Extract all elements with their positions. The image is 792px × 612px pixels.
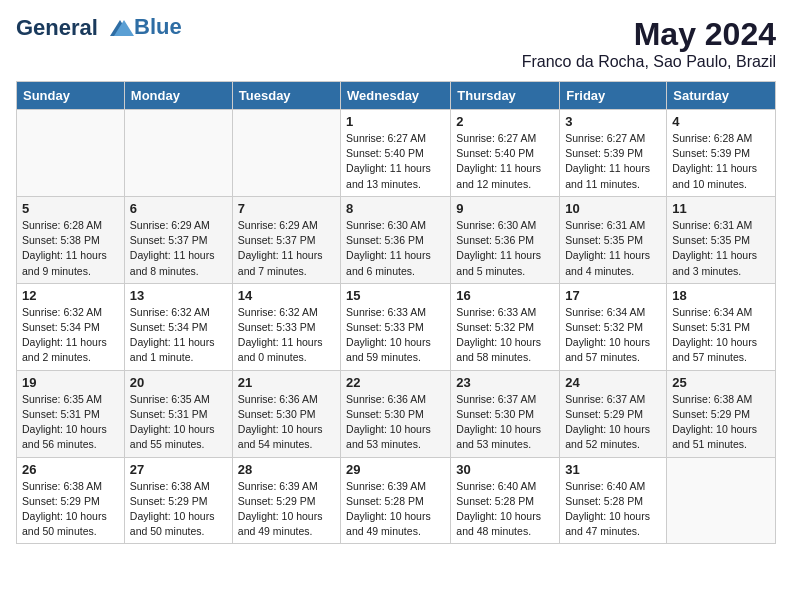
day-cell: 6Sunrise: 6:29 AM Sunset: 5:37 PM Daylig…	[124, 196, 232, 283]
day-cell: 15Sunrise: 6:33 AM Sunset: 5:33 PM Dayli…	[341, 283, 451, 370]
day-number: 13	[130, 288, 227, 303]
day-number: 20	[130, 375, 227, 390]
day-cell	[124, 110, 232, 197]
week-row-4: 19Sunrise: 6:35 AM Sunset: 5:31 PM Dayli…	[17, 370, 776, 457]
day-info: Sunrise: 6:37 AM Sunset: 5:29 PM Dayligh…	[565, 392, 661, 453]
day-cell: 13Sunrise: 6:32 AM Sunset: 5:34 PM Dayli…	[124, 283, 232, 370]
col-header-monday: Monday	[124, 82, 232, 110]
day-info: Sunrise: 6:30 AM Sunset: 5:36 PM Dayligh…	[346, 218, 445, 279]
day-number: 1	[346, 114, 445, 129]
day-cell: 20Sunrise: 6:35 AM Sunset: 5:31 PM Dayli…	[124, 370, 232, 457]
day-cell	[232, 110, 340, 197]
day-info: Sunrise: 6:38 AM Sunset: 5:29 PM Dayligh…	[672, 392, 770, 453]
day-cell: 14Sunrise: 6:32 AM Sunset: 5:33 PM Dayli…	[232, 283, 340, 370]
day-cell: 27Sunrise: 6:38 AM Sunset: 5:29 PM Dayli…	[124, 457, 232, 544]
logo-general: General	[16, 15, 98, 40]
day-number: 5	[22, 201, 119, 216]
day-cell: 29Sunrise: 6:39 AM Sunset: 5:28 PM Dayli…	[341, 457, 451, 544]
day-cell: 1Sunrise: 6:27 AM Sunset: 5:40 PM Daylig…	[341, 110, 451, 197]
day-info: Sunrise: 6:39 AM Sunset: 5:28 PM Dayligh…	[346, 479, 445, 540]
day-info: Sunrise: 6:34 AM Sunset: 5:32 PM Dayligh…	[565, 305, 661, 366]
title-block: May 2024 Franco da Rocha, Sao Paulo, Bra…	[522, 16, 776, 71]
week-row-1: 1Sunrise: 6:27 AM Sunset: 5:40 PM Daylig…	[17, 110, 776, 197]
day-cell: 8Sunrise: 6:30 AM Sunset: 5:36 PM Daylig…	[341, 196, 451, 283]
day-number: 7	[238, 201, 335, 216]
day-number: 10	[565, 201, 661, 216]
day-number: 27	[130, 462, 227, 477]
day-number: 16	[456, 288, 554, 303]
day-number: 2	[456, 114, 554, 129]
day-number: 22	[346, 375, 445, 390]
day-number: 30	[456, 462, 554, 477]
day-cell: 9Sunrise: 6:30 AM Sunset: 5:36 PM Daylig…	[451, 196, 560, 283]
day-number: 26	[22, 462, 119, 477]
day-cell: 24Sunrise: 6:37 AM Sunset: 5:29 PM Dayli…	[560, 370, 667, 457]
day-cell: 11Sunrise: 6:31 AM Sunset: 5:35 PM Dayli…	[667, 196, 776, 283]
day-cell: 31Sunrise: 6:40 AM Sunset: 5:28 PM Dayli…	[560, 457, 667, 544]
day-cell: 18Sunrise: 6:34 AM Sunset: 5:31 PM Dayli…	[667, 283, 776, 370]
day-number: 4	[672, 114, 770, 129]
page-header: General Blue May 2024 Franco da Rocha, S…	[16, 16, 776, 71]
col-header-saturday: Saturday	[667, 82, 776, 110]
week-row-3: 12Sunrise: 6:32 AM Sunset: 5:34 PM Dayli…	[17, 283, 776, 370]
day-info: Sunrise: 6:28 AM Sunset: 5:39 PM Dayligh…	[672, 131, 770, 192]
day-number: 23	[456, 375, 554, 390]
day-cell: 2Sunrise: 6:27 AM Sunset: 5:40 PM Daylig…	[451, 110, 560, 197]
day-number: 19	[22, 375, 119, 390]
day-cell: 3Sunrise: 6:27 AM Sunset: 5:39 PM Daylig…	[560, 110, 667, 197]
calendar-table: SundayMondayTuesdayWednesdayThursdayFrid…	[16, 81, 776, 544]
col-header-tuesday: Tuesday	[232, 82, 340, 110]
day-info: Sunrise: 6:27 AM Sunset: 5:40 PM Dayligh…	[346, 131, 445, 192]
day-info: Sunrise: 6:30 AM Sunset: 5:36 PM Dayligh…	[456, 218, 554, 279]
day-info: Sunrise: 6:36 AM Sunset: 5:30 PM Dayligh…	[238, 392, 335, 453]
header-row: SundayMondayTuesdayWednesdayThursdayFrid…	[17, 82, 776, 110]
day-cell: 7Sunrise: 6:29 AM Sunset: 5:37 PM Daylig…	[232, 196, 340, 283]
day-info: Sunrise: 6:27 AM Sunset: 5:40 PM Dayligh…	[456, 131, 554, 192]
day-info: Sunrise: 6:39 AM Sunset: 5:29 PM Dayligh…	[238, 479, 335, 540]
col-header-wednesday: Wednesday	[341, 82, 451, 110]
day-number: 17	[565, 288, 661, 303]
day-info: Sunrise: 6:35 AM Sunset: 5:31 PM Dayligh…	[22, 392, 119, 453]
day-number: 24	[565, 375, 661, 390]
day-number: 28	[238, 462, 335, 477]
day-cell: 25Sunrise: 6:38 AM Sunset: 5:29 PM Dayli…	[667, 370, 776, 457]
day-number: 6	[130, 201, 227, 216]
day-number: 29	[346, 462, 445, 477]
day-number: 31	[565, 462, 661, 477]
day-cell: 12Sunrise: 6:32 AM Sunset: 5:34 PM Dayli…	[17, 283, 125, 370]
day-number: 8	[346, 201, 445, 216]
day-cell: 23Sunrise: 6:37 AM Sunset: 5:30 PM Dayli…	[451, 370, 560, 457]
day-cell	[17, 110, 125, 197]
day-number: 14	[238, 288, 335, 303]
day-number: 25	[672, 375, 770, 390]
day-info: Sunrise: 6:35 AM Sunset: 5:31 PM Dayligh…	[130, 392, 227, 453]
day-info: Sunrise: 6:28 AM Sunset: 5:38 PM Dayligh…	[22, 218, 119, 279]
logo-blue: Blue	[134, 14, 182, 39]
day-info: Sunrise: 6:36 AM Sunset: 5:30 PM Dayligh…	[346, 392, 445, 453]
day-number: 12	[22, 288, 119, 303]
col-header-sunday: Sunday	[17, 82, 125, 110]
day-info: Sunrise: 6:31 AM Sunset: 5:35 PM Dayligh…	[672, 218, 770, 279]
day-info: Sunrise: 6:37 AM Sunset: 5:30 PM Dayligh…	[456, 392, 554, 453]
day-cell: 5Sunrise: 6:28 AM Sunset: 5:38 PM Daylig…	[17, 196, 125, 283]
day-cell: 26Sunrise: 6:38 AM Sunset: 5:29 PM Dayli…	[17, 457, 125, 544]
day-number: 18	[672, 288, 770, 303]
day-info: Sunrise: 6:31 AM Sunset: 5:35 PM Dayligh…	[565, 218, 661, 279]
day-info: Sunrise: 6:32 AM Sunset: 5:34 PM Dayligh…	[22, 305, 119, 366]
day-cell: 4Sunrise: 6:28 AM Sunset: 5:39 PM Daylig…	[667, 110, 776, 197]
day-cell: 19Sunrise: 6:35 AM Sunset: 5:31 PM Dayli…	[17, 370, 125, 457]
logo: General Blue	[16, 16, 182, 40]
day-info: Sunrise: 6:33 AM Sunset: 5:32 PM Dayligh…	[456, 305, 554, 366]
day-info: Sunrise: 6:38 AM Sunset: 5:29 PM Dayligh…	[130, 479, 227, 540]
day-cell: 17Sunrise: 6:34 AM Sunset: 5:32 PM Dayli…	[560, 283, 667, 370]
day-info: Sunrise: 6:29 AM Sunset: 5:37 PM Dayligh…	[238, 218, 335, 279]
day-info: Sunrise: 6:32 AM Sunset: 5:34 PM Dayligh…	[130, 305, 227, 366]
day-info: Sunrise: 6:32 AM Sunset: 5:33 PM Dayligh…	[238, 305, 335, 366]
day-info: Sunrise: 6:29 AM Sunset: 5:37 PM Dayligh…	[130, 218, 227, 279]
week-row-2: 5Sunrise: 6:28 AM Sunset: 5:38 PM Daylig…	[17, 196, 776, 283]
day-info: Sunrise: 6:27 AM Sunset: 5:39 PM Dayligh…	[565, 131, 661, 192]
col-header-thursday: Thursday	[451, 82, 560, 110]
day-number: 15	[346, 288, 445, 303]
day-info: Sunrise: 6:40 AM Sunset: 5:28 PM Dayligh…	[565, 479, 661, 540]
day-cell	[667, 457, 776, 544]
